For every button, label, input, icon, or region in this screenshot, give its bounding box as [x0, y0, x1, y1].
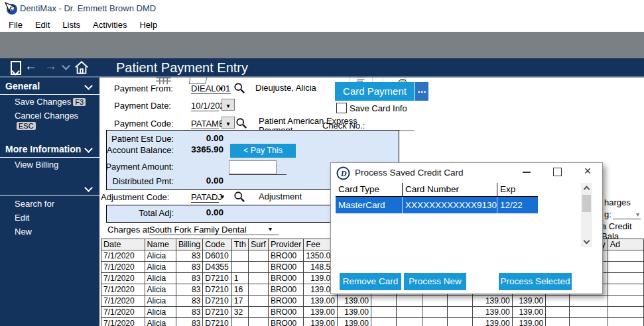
- card-row-number[interactable]: XXXXXXXXXXXX9130: [402, 197, 497, 213]
- save-card-info-checkbox[interactable]: [336, 103, 347, 113]
- payment-from-field[interactable]: DIEAL001: [191, 82, 231, 94]
- grid-cell: 139.00: [337, 318, 371, 326]
- grid-cell: 17: [231, 296, 248, 307]
- table-row[interactable]: 7/1/2020Alicia83D721032BRO00139.00139.00…: [101, 307, 644, 318]
- grid-cell: D7210: [203, 296, 232, 307]
- payment-code-dropdown[interactable]: ▾: [222, 117, 235, 129]
- process-saved-credit-card-dialog: D Process Saved Credit Card × Card Type …: [330, 162, 603, 294]
- adjustment-code-field[interactable]: PATADJ: [191, 191, 219, 203]
- adjustment-code-label: Adjustment Code:: [101, 192, 169, 202]
- grid-cell: [371, 296, 397, 307]
- grid-cell: [448, 296, 473, 307]
- sidebar-item-edit[interactable]: Edit: [0, 211, 99, 225]
- column-header-card-type: Card Type: [336, 183, 402, 197]
- process-new-button[interactable]: Process New: [404, 273, 466, 290]
- table-row[interactable]: 7/1/2020Alicia83D7210BRO00139.00139.0013…: [101, 318, 644, 326]
- card-payment-more-button[interactable]: ...: [415, 82, 428, 101]
- grid-cell: [570, 318, 608, 326]
- window-titlebar: DentiMax - Dr. Emmett Brown DMD: [0, 0, 644, 17]
- remove-card-button[interactable]: Remove Card: [340, 273, 401, 290]
- table-row[interactable]: 7/1/2020Alicia83D721017BRO00139.00139.00…: [101, 296, 644, 307]
- grid-cell: Alicia: [145, 318, 176, 326]
- sidebar-item-save-changes[interactable]: Save ChangesF3: [0, 95, 99, 109]
- grid-cell: [248, 296, 268, 307]
- grid-cell: Alicia: [145, 262, 176, 273]
- payment-date-dropdown[interactable]: ▾: [222, 99, 235, 111]
- grid-cell: D4355: [203, 262, 232, 273]
- grid-cell: BRO00: [268, 307, 304, 318]
- grid-cell: 139.00: [473, 318, 512, 326]
- charges-at-label: Charges at:: [107, 225, 152, 235]
- search-icon[interactable]: [233, 82, 245, 97]
- grid-cell: 7/1/2020: [101, 284, 145, 296]
- card-row-type[interactable]: MasterCard: [336, 197, 402, 213]
- grid-cell: 16: [231, 284, 248, 296]
- charges-at-dropdown[interactable]: South Fork Family Dental: [149, 223, 279, 235]
- payment-date-field[interactable]: 10/1/2020: [191, 99, 219, 111]
- card-payment-button[interactable]: Card Payment: [335, 82, 415, 101]
- sidebar: General Save ChangesF3 Cancel ChangesESC…: [0, 78, 99, 326]
- grid-cell: 139.00: [337, 296, 371, 307]
- distributed-pmt-value: 0.00: [176, 176, 224, 186]
- minimize-button[interactable]: [515, 163, 538, 180]
- sidebar-item-new[interactable]: New: [0, 225, 99, 239]
- sidebar-section-general[interactable]: General: [0, 78, 99, 95]
- sidebar-item-cancel-changes[interactable]: Cancel ChangesESC: [0, 109, 99, 133]
- sidebar-section-more-information[interactable]: More Information: [0, 140, 99, 158]
- dropdown-arrow-icon[interactable]: ▾: [220, 85, 223, 92]
- scrollbar[interactable]: [581, 183, 592, 247]
- forward-arrow-icon[interactable]: →: [44, 59, 57, 74]
- menu-help[interactable]: Help: [136, 19, 161, 30]
- sidebar-section-collapsed[interactable]: [0, 180, 99, 195]
- column-header: Surf: [248, 239, 268, 250]
- card-row-exp[interactable]: 12/22: [497, 197, 538, 213]
- total-adj-label: Total Adj:: [101, 208, 174, 218]
- dialog-app-icon: D: [336, 166, 350, 183]
- home-icon[interactable]: [74, 60, 89, 77]
- menu-edit[interactable]: Edit: [32, 19, 53, 30]
- menu-activities[interactable]: Activities: [90, 19, 130, 30]
- scroll-down-icon[interactable]: [584, 238, 590, 244]
- grid-cell: [608, 250, 643, 262]
- menu-lists[interactable]: Lists: [59, 19, 84, 30]
- chevron-down-icon: [84, 184, 93, 192]
- chevron-down-icon: [84, 82, 93, 90]
- dropdown-arrow-icon[interactable]: ▾: [269, 225, 272, 233]
- grid-cell: [371, 307, 397, 318]
- payment-code-field[interactable]: PATAMEX: [191, 117, 219, 129]
- sidebar-item-search-for[interactable]: Search for: [0, 197, 99, 211]
- grid-cell: [248, 250, 268, 262]
- dropdown-arrow-icon[interactable]: ▾: [221, 193, 224, 200]
- grid-cell: [608, 273, 643, 284]
- maximize-button[interactable]: [546, 163, 568, 180]
- save-card-info-label: Save Card Info: [350, 103, 407, 113]
- grid-cell: [422, 296, 447, 307]
- payment-amount-label: Payment Amount:: [101, 162, 174, 172]
- grid-cell: [608, 296, 643, 307]
- process-selected-button[interactable]: Process Selected: [499, 273, 572, 290]
- payment-amount-input[interactable]: [229, 160, 277, 174]
- clipped-text-g: g:: [604, 209, 612, 219]
- grid-cell: [570, 296, 608, 307]
- menu-file[interactable]: File: [5, 19, 26, 30]
- grid-cell: [422, 318, 447, 326]
- scroll-up-icon[interactable]: [584, 186, 590, 193]
- grid-cell: 139.00: [304, 318, 337, 326]
- pay-this-amount-button[interactable]: < Pay This Amount: [230, 144, 296, 158]
- grid-cell: 83: [176, 284, 202, 296]
- back-arrow-icon[interactable]: ←: [25, 59, 37, 74]
- payment-code-label: Payment Code:: [114, 119, 174, 129]
- grid-cell: BRO00: [268, 250, 304, 262]
- grid-cell: 83: [176, 307, 202, 318]
- grid-cell: 139.00: [512, 296, 545, 307]
- grid-cell: [231, 262, 248, 273]
- check-no-label: Check No.:: [322, 121, 365, 131]
- close-button[interactable]: ×: [576, 163, 599, 180]
- total-adj-value: 0.00: [176, 207, 224, 217]
- grid-cell: BRO00: [268, 296, 304, 307]
- scrollbar-thumb[interactable]: [582, 195, 591, 212]
- sidebar-item-view-billing[interactable]: View Billing: [0, 158, 99, 172]
- grid-cell: 139.00: [304, 296, 337, 307]
- column-header: Billing: [176, 239, 202, 250]
- search-icon[interactable]: [233, 191, 245, 205]
